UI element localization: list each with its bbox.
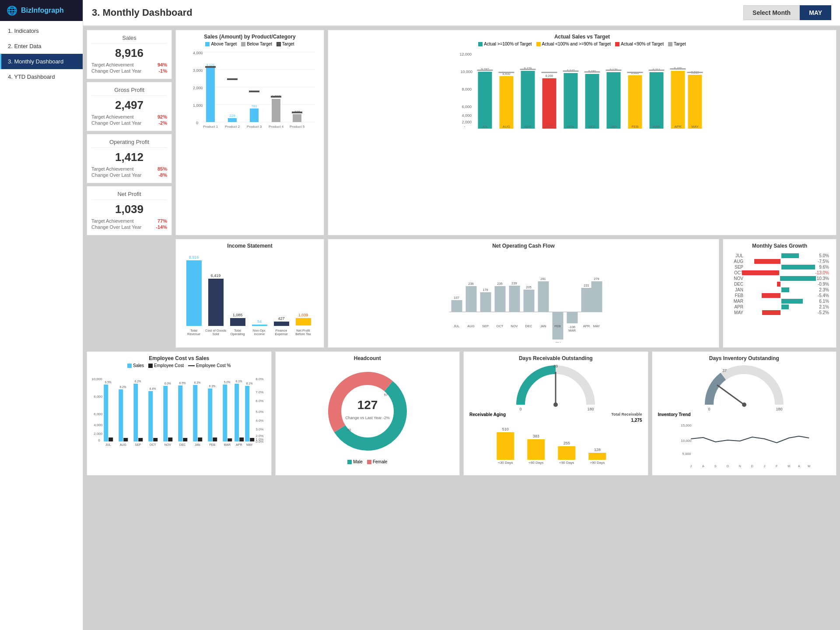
kpi-gross-profit-value: 2,497	[91, 98, 167, 112]
target-jan	[606, 70, 622, 71]
svg-text:Operating: Operating	[231, 332, 245, 336]
svg-text:A: A	[798, 465, 800, 468]
svg-text:0.0%: 0.0%	[256, 440, 263, 444]
month-label[interactable]: Select Month	[743, 5, 800, 20]
target-dec	[584, 71, 600, 73]
kpi-op-title: Operating Profit	[91, 139, 167, 148]
legend-sales: Sales	[127, 363, 144, 368]
svg-text:OCT: OCT	[546, 125, 553, 129]
kpi-np-title: Net Profit	[91, 191, 167, 200]
sales-by-product-legend: Above Target Below Target Target	[179, 42, 320, 46]
svg-text:AUG: AUG	[120, 443, 126, 446]
svg-text:JAN: JAN	[195, 443, 200, 446]
is-cogs	[208, 279, 224, 326]
sidebar-item-enter-data[interactable]: 2. Enter Data	[0, 38, 83, 54]
svg-rect-144	[245, 386, 249, 441]
svg-text:5.0%: 5.0%	[224, 381, 231, 384]
actual-90-100-dot	[536, 42, 541, 46]
month-selector: Select Month MAY	[743, 5, 831, 20]
svg-text:8,000: 8,000	[94, 395, 103, 399]
sidebar-item-monthly-dashboard[interactable]: 3. Monthly Dashboard	[0, 54, 83, 69]
svg-text:O: O	[726, 465, 729, 468]
cf-nov	[509, 286, 520, 312]
svg-text:6,419: 6,419	[211, 273, 221, 278]
inventory-trend-svg: 15,000 10,000 5,000 J A S O N	[656, 418, 833, 470]
cf-mar	[567, 312, 578, 323]
cashflow-chart: Net Operating Cash Flow 107 JUL 236 A	[328, 239, 719, 348]
sidebar: 🌐 BizInfograph 1. Indicators 2. Enter Da…	[0, 0, 83, 630]
svg-rect-140	[234, 384, 239, 441]
growth-row-aug: AUG -7.5%	[730, 259, 829, 264]
growth-row-mar: MAR 6.1%	[730, 298, 829, 304]
svg-text:SEP: SEP	[135, 443, 141, 446]
svg-text:54: 54	[257, 319, 262, 324]
headcount-chart: Headcount 127 Change vs Last Year -2%	[275, 351, 460, 476]
growth-row-oct: OCT -13.0%	[730, 270, 829, 275]
svg-text:510: 510	[502, 427, 509, 431]
bar-mar	[650, 72, 664, 129]
cf-apr	[581, 288, 592, 312]
svg-text:OCT: OCT	[150, 443, 157, 446]
svg-rect-109	[123, 438, 128, 441]
actual-target-dot	[668, 42, 672, 46]
main-content: 3. Monthly Dashboard Select Month MAY Sa…	[83, 0, 840, 630]
receivable-title: Days Receivable Outstanding	[467, 355, 644, 361]
kpi-sales-title: Sales	[91, 35, 167, 44]
svg-text:APR: APR	[236, 443, 242, 446]
bar-oct	[542, 78, 556, 129]
sales-dot	[127, 364, 132, 368]
main-header: 3. Monthly Dashboard Select Month MAY	[83, 0, 840, 26]
bar-p3-target	[249, 91, 259, 92]
inventory-gauge-value: 37	[722, 368, 727, 373]
is-netprofit	[296, 318, 311, 326]
kpi-op-change: Change Over Last Year -8%	[91, 172, 167, 178]
bar-p1-target	[205, 66, 216, 68]
kpi-net-profit: Net Profit 1,039 Target Achievement 77% …	[87, 186, 172, 235]
inventory-chart: Days Inventory Outstanding 0 37	[652, 351, 837, 476]
svg-text:FEB: FEB	[209, 443, 215, 446]
svg-rect-121	[168, 438, 172, 441]
svg-text:4.0%: 4.0%	[256, 419, 263, 423]
cf-jan	[538, 281, 549, 312]
sales-by-product-chart: Sales (Amount) by Product/Category Above…	[175, 30, 324, 235]
svg-text:-: -	[464, 124, 466, 129]
bar-p2-above	[228, 118, 237, 122]
actual-vs-target-svg: 12,000 10,000 8,000 6,000 4,000 2,000 - …	[332, 48, 833, 135]
kpi-np-value: 1,039	[91, 203, 167, 216]
svg-text:APR: APR	[583, 324, 590, 328]
svg-text:Expense: Expense	[275, 332, 287, 336]
svg-text:6,000: 6,000	[462, 105, 472, 109]
bar-p4-target	[271, 96, 281, 98]
svg-text:J: J	[690, 465, 692, 468]
sidebar-item-ytd-dashboard[interactable]: 4. YTD Dashboard	[0, 69, 83, 84]
svg-text:A: A	[702, 465, 704, 468]
kpi-operating-profit: Operating Profit 1,412 Target Achievemen…	[87, 134, 172, 183]
employee-cost-chart: Employee Cost vs Sales Sales Employee Co…	[87, 351, 272, 476]
income-statement-svg: 8,916 Total Revenue 6,419 Cost of Goods …	[179, 251, 320, 338]
month-value[interactable]: MAY	[800, 5, 831, 20]
is-opex	[230, 318, 245, 326]
bar-sep	[521, 71, 535, 129]
svg-text:Revenue: Revenue	[187, 332, 200, 336]
bar-p4-below	[272, 99, 280, 122]
svg-text:180: 180	[776, 407, 782, 411]
actual-vs-target-chart: Actual Sales vs Target Actual >=100% of …	[328, 30, 836, 235]
svg-text:0: 0	[196, 121, 198, 125]
svg-text:JUL: JUL	[105, 443, 111, 446]
svg-text:FEB: FEB	[632, 125, 639, 129]
bar-aug	[500, 76, 514, 129]
target-feb	[627, 72, 643, 73]
target-sep	[520, 69, 536, 70]
svg-rect-124	[178, 385, 182, 441]
monthly-growth-bars: JUL 5.0% AUG -7.5%	[727, 251, 833, 317]
svg-text:6.3%: 6.3%	[194, 381, 201, 384]
headcount-donut-svg: 127 Change vs Last Year -2% 70 57	[324, 368, 411, 455]
headcount-total-text: 127	[357, 398, 378, 412]
svg-text:Product 4: Product 4	[269, 125, 284, 129]
svg-text:180: 180	[588, 407, 594, 411]
sidebar-item-indicators[interactable]: 1. Indicators	[0, 23, 83, 38]
svg-rect-141	[239, 438, 244, 441]
svg-text:F: F	[776, 465, 777, 468]
employee-cost-svg: 10,000 8,000 6,000 4,000 2,000 0 8.0% 7.…	[91, 369, 268, 448]
svg-text:DEC: DEC	[588, 125, 596, 129]
